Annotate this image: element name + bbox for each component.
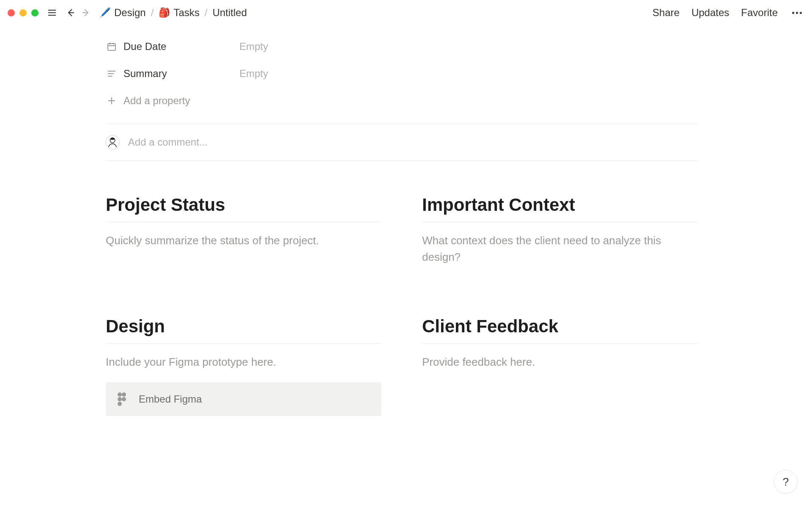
page-content: Due Date Empty Summary Empty Add a prope… bbox=[106, 25, 698, 416]
section-body[interactable]: Provide feedback here. bbox=[422, 354, 698, 370]
svg-point-16 bbox=[122, 392, 126, 397]
property-summary[interactable]: Summary Empty bbox=[106, 60, 698, 87]
comment-input[interactable] bbox=[128, 136, 698, 148]
breadcrumb-item-current[interactable]: Untitled bbox=[211, 6, 248, 19]
window-close-button[interactable] bbox=[8, 9, 15, 17]
hamburger-icon bbox=[47, 8, 57, 18]
help-button[interactable]: ? bbox=[774, 470, 798, 494]
sidebar-toggle-button[interactable] bbox=[45, 6, 59, 19]
comment-row bbox=[106, 124, 698, 160]
more-menu-button[interactable] bbox=[790, 9, 804, 17]
section-project-status: Project Status Quickly summarize the sta… bbox=[106, 195, 381, 265]
breadcrumb-label: Tasks bbox=[173, 7, 199, 19]
window-controls bbox=[8, 9, 38, 17]
text-lines-icon bbox=[106, 69, 118, 79]
breadcrumb: 🖊️ Design / 🎒 Tasks / Untitled bbox=[98, 6, 249, 19]
pen-icon: 🖊️ bbox=[99, 8, 111, 17]
svg-point-15 bbox=[118, 392, 122, 397]
svg-point-17 bbox=[118, 397, 122, 401]
arrow-left-icon bbox=[66, 8, 76, 18]
section-body[interactable]: What context does the client need to ana… bbox=[422, 232, 698, 265]
window-zoom-button[interactable] bbox=[31, 9, 38, 17]
svg-rect-5 bbox=[108, 44, 115, 50]
property-label: Summary bbox=[123, 68, 233, 80]
svg-point-18 bbox=[122, 397, 126, 401]
section-design: Design Include your Figma prototype here… bbox=[106, 316, 381, 416]
topbar-actions: Share Updates Favorite bbox=[653, 7, 804, 19]
nav-back-button[interactable] bbox=[64, 6, 77, 19]
section-title[interactable]: Important Context bbox=[422, 195, 698, 222]
property-due-date[interactable]: Due Date Empty bbox=[106, 33, 698, 60]
breadcrumb-label: Untitled bbox=[212, 7, 247, 19]
section-body[interactable]: Quickly summarize the status of the proj… bbox=[106, 232, 381, 249]
property-label: Due Date bbox=[123, 41, 233, 52]
favorite-button[interactable]: Favorite bbox=[741, 7, 778, 19]
section-client-feedback: Client Feedback Provide feedback here. bbox=[422, 316, 698, 416]
avatar bbox=[106, 135, 120, 149]
breadcrumb-item-design[interactable]: 🖊️ Design bbox=[98, 6, 148, 19]
breadcrumb-separator: / bbox=[205, 7, 208, 19]
person-icon bbox=[107, 136, 118, 148]
embed-figma-button[interactable]: Embed Figma bbox=[106, 382, 381, 416]
dot-icon bbox=[796, 12, 798, 14]
embed-label: Embed Figma bbox=[139, 393, 202, 405]
nav-arrows bbox=[64, 6, 93, 19]
svg-point-19 bbox=[118, 402, 122, 406]
content-columns: Project Status Quickly summarize the sta… bbox=[106, 195, 698, 265]
breadcrumb-label: Design bbox=[114, 7, 146, 19]
arrow-right-icon bbox=[81, 8, 91, 18]
plus-icon bbox=[106, 96, 118, 106]
share-button[interactable]: Share bbox=[653, 7, 680, 19]
property-value: Empty bbox=[239, 41, 268, 52]
add-property-label: Add a property bbox=[123, 95, 190, 107]
nav-forward-button[interactable] bbox=[79, 6, 93, 19]
divider bbox=[106, 160, 698, 161]
breadcrumb-item-tasks[interactable]: 🎒 Tasks bbox=[157, 6, 201, 19]
section-title[interactable]: Design bbox=[106, 316, 381, 344]
content-columns: Design Include your Figma prototype here… bbox=[106, 316, 698, 416]
figma-icon bbox=[117, 392, 129, 406]
question-mark-icon: ? bbox=[783, 475, 789, 489]
dot-icon bbox=[792, 12, 794, 14]
add-property-button[interactable]: Add a property bbox=[106, 87, 698, 114]
updates-button[interactable]: Updates bbox=[691, 7, 729, 19]
section-body[interactable]: Include your Figma prototype here. bbox=[106, 354, 381, 370]
calendar-icon bbox=[106, 41, 118, 52]
property-value: Empty bbox=[239, 68, 268, 80]
section-title[interactable]: Client Feedback bbox=[422, 316, 698, 344]
dot-icon bbox=[800, 12, 802, 14]
breadcrumb-separator: / bbox=[151, 7, 154, 19]
window-minimize-button[interactable] bbox=[19, 9, 27, 17]
backpack-icon: 🎒 bbox=[159, 8, 170, 17]
section-title[interactable]: Project Status bbox=[106, 195, 381, 222]
section-important-context: Important Context What context does the … bbox=[422, 195, 698, 265]
topbar: 🖊️ Design / 🎒 Tasks / Untitled Share Upd… bbox=[0, 0, 812, 25]
